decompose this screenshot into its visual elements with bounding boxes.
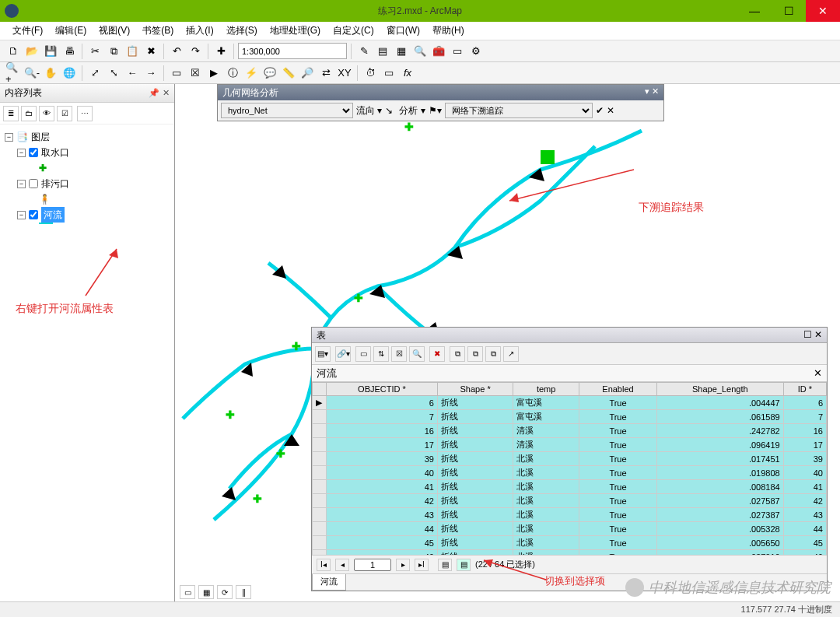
dataframe-label[interactable]: 图层 — [31, 129, 50, 145]
menu-file[interactable]: 文件(F) — [6, 22, 49, 40]
expand-icon[interactable]: − — [17, 149, 26, 157]
menu-customize[interactable]: 自定义(C) — [327, 22, 380, 40]
next-record-icon[interactable]: ▸ — [396, 559, 410, 571]
table-row[interactable]: 42折线北溪True.02758742 — [313, 494, 827, 508]
col-temp[interactable]: temp — [513, 383, 579, 396]
clear-selection-icon[interactable]: ☒ — [187, 65, 204, 82]
table-row[interactable]: 17折线清溪True.09641917 — [313, 438, 827, 452]
forward-extent-icon[interactable]: → — [142, 65, 159, 82]
flow-direction-menu[interactable]: 流向 ▾ — [356, 104, 382, 117]
fx-icon[interactable]: fx — [399, 65, 416, 82]
identify-icon[interactable]: ⓘ — [224, 65, 241, 82]
delete-selected-icon[interactable]: ✖ — [429, 346, 445, 362]
catalog-icon[interactable]: ▦ — [393, 43, 410, 60]
set-flow-icon[interactable]: ↘ — [385, 105, 393, 116]
copy-icon[interactable]: ⧉ — [105, 43, 122, 60]
layout-view-icon[interactable]: ▦ — [198, 585, 214, 599]
goto-xy-icon[interactable]: XY — [336, 65, 353, 82]
table-row[interactable]: 41折线北溪True.00818441 — [313, 480, 827, 494]
hyperlink-icon[interactable]: ⚡ — [243, 65, 260, 82]
layer-checkbox[interactable] — [29, 210, 38, 219]
record-position-input[interactable] — [354, 559, 391, 571]
back-extent-icon[interactable]: ← — [124, 65, 141, 82]
copy-icon[interactable]: ⧉ — [450, 346, 465, 362]
full-extent-icon[interactable]: 🌐 — [61, 65, 78, 82]
pan-icon[interactable]: ✋ — [42, 65, 59, 82]
layer-checkbox[interactable] — [29, 179, 38, 188]
zoom-out-icon[interactable]: 🔍- — [23, 65, 40, 82]
toolbar-close-icon[interactable]: ✕ — [652, 86, 659, 96]
switch-selection-icon[interactable]: ⇅ — [373, 346, 389, 362]
first-record-icon[interactable]: I◂ — [317, 559, 331, 571]
menu-geoprocessing[interactable]: 地理处理(G) — [264, 22, 327, 40]
delete-icon[interactable]: ✖ — [142, 43, 159, 60]
prev-record-icon[interactable]: ◂ — [335, 559, 349, 571]
col-enabled[interactable]: Enabled — [579, 383, 657, 396]
clear-selection-icon[interactable]: ☒ — [391, 346, 407, 362]
menu-insert[interactable]: 插入(I) — [180, 22, 219, 40]
menu-edit[interactable]: 编辑(E) — [49, 22, 93, 40]
minimize-button[interactable]: — — [737, 0, 772, 22]
network-toolbar-title[interactable]: 几何网络分析 ▾ ✕ — [218, 85, 663, 100]
add-data-icon[interactable]: ✚ — [212, 43, 229, 60]
table-row[interactable]: 45折线北溪True.00565045 — [313, 536, 827, 550]
menu-bookmark[interactable]: 书签(B) — [136, 22, 180, 40]
attr-grid[interactable]: OBJECTID * Shape * temp Enabled Shape_Le… — [312, 382, 827, 555]
toc-tree[interactable]: − 📑 图层 − 取水口 ✚ − 排污口 🧍 − 河流 — [0, 124, 174, 229]
expand-icon[interactable]: − — [17, 211, 26, 219]
col-shapelength[interactable]: Shape_Length — [656, 383, 783, 396]
attr-close-icon[interactable]: ✕ — [814, 329, 822, 340]
analysis-menu[interactable]: 分析 ▾ — [399, 104, 425, 117]
related-tables-icon[interactable]: 🔗▾ — [335, 346, 351, 362]
modelbuilder-icon[interactable]: ⚙ — [467, 43, 485, 60]
arctoolbox-icon[interactable]: 🧰 — [430, 43, 447, 60]
toc-icon[interactable]: ▤ — [374, 43, 391, 60]
show-selected-icon[interactable]: ▤ — [457, 559, 471, 571]
table-row[interactable]: 44折线北溪True.00532844 — [313, 522, 827, 536]
map-scale-combo[interactable] — [238, 43, 347, 59]
network-analyst-toolbar[interactable]: 几何网络分析 ▾ ✕ hydro_Net 流向 ▾ ↘ 分析 ▾ ⚑▾ 网络下溯… — [217, 84, 664, 121]
expand-icon[interactable]: − — [17, 180, 26, 188]
pause-drawing-icon[interactable]: ‖ — [236, 585, 251, 599]
table-row[interactable]: ▶6折线富屯溪True.0044476 — [313, 396, 827, 410]
network-select[interactable]: hydro_Net — [221, 103, 353, 118]
paste-icon[interactable]: 📋 — [124, 43, 141, 60]
time-slider-icon[interactable]: ⏱ — [362, 65, 379, 82]
toc-options-icon[interactable]: ⋯ — [77, 106, 93, 121]
new-icon[interactable]: 🗋 — [5, 43, 22, 60]
html-popup-icon[interactable]: 💬 — [261, 65, 278, 82]
table-row[interactable]: 43折线北溪True.02738743 — [313, 508, 827, 522]
zoom-in-icon[interactable]: 🔍+ — [5, 65, 22, 82]
show-all-icon[interactable]: ▤ — [438, 559, 452, 571]
layer-name[interactable]: 取水口 — [41, 145, 69, 160]
geometry-calc-icon[interactable]: ⧉ — [485, 346, 501, 362]
list-by-visibility-icon[interactable]: 👁 — [39, 106, 54, 121]
maximize-button[interactable]: ☐ — [772, 0, 806, 22]
col-objectid[interactable]: OBJECTID * — [327, 383, 438, 396]
toc-pin-icon[interactable]: 📌 — [149, 88, 159, 98]
save-icon[interactable]: 💾 — [42, 43, 59, 60]
last-record-icon[interactable]: ▸I — [415, 559, 429, 571]
list-by-draworder-icon[interactable]: ≣ — [3, 106, 19, 121]
attr-restore-icon[interactable]: ☐ — [803, 329, 812, 340]
export-icon[interactable]: ↗ — [503, 346, 519, 362]
open-icon[interactable]: 📂 — [23, 43, 40, 60]
attribute-table-window[interactable]: 表 ☐ ✕ ▤▾ 🔗▾ ▭ ⇅ ☒ 🔍 ✖ ⧉ ⧉ ⧉ ↗ 河流 ✕ OBJEC… — [311, 327, 828, 591]
search-window-icon[interactable]: 🔍 — [411, 43, 429, 60]
table-options-icon[interactable]: ▤▾ — [315, 346, 331, 362]
table-row[interactable]: 40折线北溪True.01980840 — [313, 466, 827, 480]
find-icon[interactable]: 🔎 — [299, 65, 316, 82]
python-icon[interactable]: ▭ — [449, 43, 466, 60]
table-row[interactable]: 16折线清溪True.24278216 — [313, 424, 827, 438]
create-viewer-icon[interactable]: ▭ — [380, 65, 397, 82]
refresh-icon[interactable]: ⟳ — [217, 585, 233, 599]
data-view-icon[interactable]: ▭ — [180, 585, 195, 599]
toc-close-icon[interactable]: ✕ — [163, 88, 170, 98]
expand-icon[interactable]: − — [5, 133, 13, 142]
print-icon[interactable]: 🖶 — [61, 43, 78, 60]
fixed-zoom-in-icon[interactable]: ⤢ — [86, 65, 103, 82]
zoom-selected-icon[interactable]: 🔍 — [409, 346, 425, 362]
undo-icon[interactable]: ↶ — [168, 43, 185, 60]
toolbar-dropdown-icon[interactable]: ▾ — [645, 86, 649, 96]
cut-icon[interactable]: ✂ — [86, 43, 103, 60]
